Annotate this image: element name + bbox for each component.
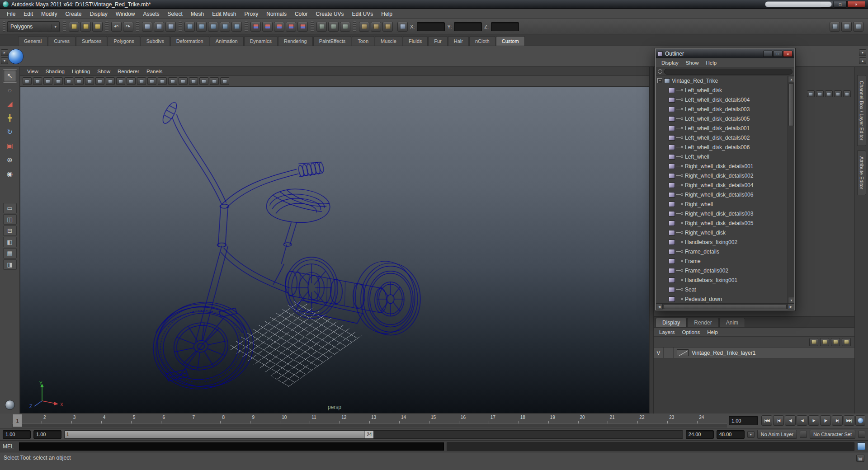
show-tool-settings-icon[interactable] xyxy=(841,22,852,32)
shadows-icon[interactable] xyxy=(179,77,188,85)
outliner-vertical-scrollbar[interactable]: ▲ ▼ xyxy=(788,76,794,303)
outliner-item-vintage-red-trike[interactable]: −Vintage_Red_Trike xyxy=(656,76,788,85)
menu-modify[interactable]: Modify xyxy=(37,11,61,17)
paint-select-tool[interactable]: ◢ xyxy=(3,97,17,111)
select-surfaces-icon[interactable] xyxy=(220,22,230,32)
single-pane-layout[interactable]: ▭ xyxy=(3,203,17,213)
construction-history-icon[interactable] xyxy=(340,22,350,32)
time-slider-key-strip[interactable] xyxy=(12,423,727,428)
shelf-options-icon[interactable]: ▾ xyxy=(859,49,866,56)
panel-menu-shading[interactable]: Shading xyxy=(42,69,68,74)
textured-mode-icon[interactable] xyxy=(158,77,167,85)
script-editor-icon[interactable] xyxy=(857,442,865,450)
select-hierarchy-icon[interactable] xyxy=(142,22,152,32)
input-connections-icon[interactable] xyxy=(316,22,327,32)
scroll-up-icon[interactable]: ▲ xyxy=(788,76,794,82)
shelf-tab-subdivs[interactable]: Subdivs xyxy=(141,36,170,46)
horizontal-scroll-thumb[interactable] xyxy=(664,304,787,309)
save-scene-icon[interactable] xyxy=(92,22,103,32)
redo-icon[interactable]: ↷ xyxy=(123,22,133,32)
shelf-tab-dynamics[interactable]: Dynamics xyxy=(244,36,278,46)
camera-attributes-icon[interactable] xyxy=(33,77,42,85)
outliner-menu-show[interactable]: Show xyxy=(682,60,703,66)
time-ruler-frame-11[interactable]: 11 xyxy=(310,414,340,423)
outliner-menu-display[interactable]: Display xyxy=(658,60,682,66)
two-panes-side-by-side-layout[interactable]: ◫ xyxy=(3,214,17,225)
range-start-handle[interactable]: 1 xyxy=(65,432,71,437)
output-connections-icon[interactable] xyxy=(328,22,339,32)
shelf-edit-icon[interactable]: ▴ xyxy=(859,57,866,64)
time-ruler-frame-20[interactable]: 20 xyxy=(578,414,608,423)
scale-tool[interactable]: ▣ xyxy=(3,139,17,153)
select-by-name-icon[interactable] xyxy=(397,22,408,32)
xray-icon[interactable] xyxy=(189,77,198,85)
range-end-handle[interactable]: 24 xyxy=(364,431,373,438)
view-grid-icon[interactable] xyxy=(64,77,73,85)
y-coordinate-input[interactable] xyxy=(454,22,482,31)
two-panes-stacked-layout[interactable]: ⊟ xyxy=(3,226,17,236)
outliner-filter-input[interactable] xyxy=(664,69,793,75)
menu-color[interactable]: Color xyxy=(291,11,312,17)
isolate-select-icon[interactable] xyxy=(199,77,208,85)
select-points-icon[interactable] xyxy=(196,22,207,32)
panel-menu-panels[interactable]: Panels xyxy=(143,69,166,74)
shelf-tab-rendering[interactable]: Rendering xyxy=(278,36,313,46)
shelf-tab-muscle[interactable]: Muscle xyxy=(375,36,402,46)
resolution-gate-icon[interactable] xyxy=(85,77,94,85)
outliner-item-left-whell-disk-details005[interactable]: Left_whell_disk_details005 xyxy=(656,114,788,123)
quick-help-icon[interactable]: ▤ xyxy=(856,455,864,462)
layer-visibility-toggle[interactable]: V xyxy=(654,348,664,358)
panel-menu-lighting[interactable]: Lighting xyxy=(68,69,94,74)
shelf-switcher-icon[interactable]: ▸ xyxy=(1,49,8,56)
film-gate-icon[interactable] xyxy=(75,77,84,85)
playback-range-bar[interactable]: 1 24 xyxy=(65,431,373,438)
outliner-item-frame-details002[interactable]: Frame_details002 xyxy=(656,266,788,275)
outliner-item-pedestal-down[interactable]: Pedestal_down xyxy=(656,294,788,303)
time-ruler-frame-16[interactable]: 16 xyxy=(459,414,489,423)
outliner-minimize-button[interactable]: ─ xyxy=(763,51,773,57)
vertical-scroll-thumb[interactable] xyxy=(788,83,794,126)
menu-file[interactable]: File xyxy=(3,11,19,17)
outliner-item-left-whell[interactable]: Left_whell xyxy=(656,152,788,161)
snap-to-points-icon[interactable] xyxy=(274,22,284,32)
time-ruler-frame-7[interactable]: 7 xyxy=(191,414,221,423)
animation-end-field[interactable]: 48.00 xyxy=(717,430,745,439)
menu-select[interactable]: Select xyxy=(163,11,186,17)
menu-display[interactable]: Display xyxy=(85,11,111,17)
render-current-frame-icon[interactable] xyxy=(359,22,369,32)
trike-wireframe-model[interactable] xyxy=(20,87,649,413)
shelf-tab-toon[interactable]: Toon xyxy=(352,36,374,46)
time-ruler-frame-2[interactable]: 2 xyxy=(42,414,71,423)
panel-tab-channel-box-layer-editor[interactable]: Channel Box / Layer Editor xyxy=(857,75,866,146)
layer-editor-menu-layers[interactable]: Layers xyxy=(656,329,679,335)
outliner-item-right-whell-disk-details001[interactable]: Right_whell_disk_details001 xyxy=(656,161,788,171)
time-ruler-frame-5[interactable]: 5 xyxy=(131,414,161,423)
layer-editor-tab-render[interactable]: Render xyxy=(687,318,718,327)
select-rendering-icon[interactable] xyxy=(231,22,242,32)
toolbar-separator[interactable] xyxy=(179,21,182,32)
select-tool[interactable]: ↖ xyxy=(3,69,17,83)
outliner-item-frame[interactable]: Frame xyxy=(656,256,788,266)
channel-clamp-icon[interactable] xyxy=(843,90,851,97)
time-ruler-frame-17[interactable]: 17 xyxy=(489,414,519,423)
shelf-tab-ncloth[interactable]: nCloth xyxy=(469,36,495,46)
x-coordinate-input[interactable] xyxy=(417,22,445,31)
bookmark-icon[interactable] xyxy=(43,77,52,85)
time-slider-ruler[interactable]: 123456789101112131415161718192021222324 xyxy=(12,414,727,423)
current-time-marker[interactable]: 1 xyxy=(13,414,22,427)
time-ruler-frame-22[interactable]: 22 xyxy=(637,414,667,423)
shelf-tab-polygons[interactable]: Polygons xyxy=(108,36,140,46)
show-channel-box-icon[interactable] xyxy=(830,22,840,32)
anim-layer-filter-icon[interactable]: ▾ xyxy=(747,431,755,438)
shelf-tab-curves[interactable]: Curves xyxy=(48,36,75,46)
outliner-close-button[interactable]: × xyxy=(783,51,793,57)
outliner-item-right-whell-disk-details005[interactable]: Right_whell_disk_details005 xyxy=(656,218,788,228)
layer-color-swatch[interactable] xyxy=(677,349,689,356)
animation-preferences-icon[interactable] xyxy=(855,415,865,426)
outliner-item-seat[interactable]: Seat xyxy=(656,285,788,294)
channel-speed-slow-icon[interactable] xyxy=(816,90,824,97)
layer-playback-toggle[interactable] xyxy=(664,348,674,358)
menu-edit-mesh[interactable]: Edit Mesh xyxy=(208,11,240,17)
select-component-icon[interactable] xyxy=(165,22,176,32)
panel-tab-attribute-editor[interactable]: Attribute Editor xyxy=(857,150,866,195)
